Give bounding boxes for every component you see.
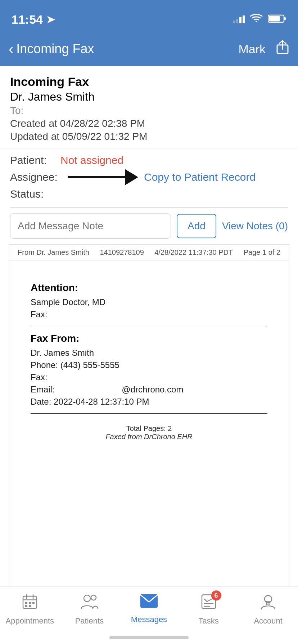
add-button[interactable]: Add (177, 214, 216, 238)
fax-to-row: To: (10, 105, 288, 116)
fax-header-bar: From Dr. James Smith 14109278109 4/28/20… (9, 245, 289, 261)
status-time: 11:54 ➤ (12, 13, 55, 27)
created-label: Created at (10, 118, 57, 129)
wifi-icon (250, 14, 263, 25)
svg-rect-13 (29, 605, 31, 607)
tab-tasks[interactable]: 6 Tasks (179, 593, 239, 626)
patient-value: Not assigned (60, 154, 123, 166)
svg-rect-2 (269, 16, 280, 22)
divider-1 (0, 148, 298, 148)
status-label: Status: (10, 188, 60, 200)
fax-header-date: 4/28/2022 11:37:30 PDT (154, 248, 233, 257)
svg-point-14 (84, 595, 90, 602)
mark-button[interactable]: Mark (238, 42, 266, 56)
status-bar: 11:54 ➤ (0, 0, 298, 32)
fax-doctor: Dr. James Smith (10, 90, 288, 104)
arrow-indicator (68, 169, 138, 185)
nav-actions: Mark (238, 40, 289, 58)
fax-header-page: Page 1 of 2 (244, 248, 280, 257)
fax-header-from: From Dr. James Smith (18, 248, 89, 257)
signal-icon (233, 15, 245, 23)
updated-date: 05/09/22 01:32 PM (62, 131, 148, 142)
fax-from-name: Dr. James Smith (31, 348, 267, 358)
status-icons (233, 14, 286, 25)
home-indicator (109, 636, 189, 639)
battery-icon (268, 14, 286, 25)
tab-account[interactable]: Account (238, 593, 298, 626)
fax-document-preview: From Dr. James Smith 14109278109 4/28/20… (9, 244, 289, 597)
fax-attention-title: Attention: (31, 282, 267, 294)
patient-label: Patient: (10, 154, 60, 166)
info-section: Patient: Not assigned Assignee: Copy to … (10, 154, 288, 207)
back-button[interactable]: ‹ Incoming Fax (9, 41, 94, 57)
message-note-input[interactable] (10, 213, 171, 239)
appointments-label: Appointments (6, 616, 54, 626)
svg-rect-1 (284, 17, 286, 20)
fax-from-fax-row: Fax: (31, 372, 267, 382)
messages-icon (140, 593, 158, 612)
tasks-icon: 6 (200, 593, 217, 613)
message-note-section: Add View Notes (0) (10, 207, 288, 244)
fax-email-label: Email: (31, 385, 55, 394)
fax-content: Attention: Sample Doctor, MD Fax: Fax Fr… (9, 261, 289, 455)
fax-divider-2 (31, 413, 267, 414)
status-row: Status: (10, 188, 288, 200)
assignee-row: Assignee: Copy to Patient Record (10, 169, 288, 185)
nav-title: Incoming Fax (16, 41, 94, 56)
svg-point-15 (91, 595, 96, 600)
fax-updated-row: Updated at 05/09/22 01:32 PM (10, 131, 288, 142)
appointments-icon (22, 593, 38, 613)
location-icon: ➤ (46, 14, 55, 26)
account-label: Account (254, 616, 283, 626)
fax-date-row: Date: 2022-04-28 12:37:10 PM (31, 397, 267, 407)
created-date: 04/28/22 02:38 PM (60, 118, 145, 129)
patients-label: Patients (75, 616, 104, 626)
fax-email-row: Email: @drchrono.com (31, 385, 267, 395)
tasks-label: Tasks (198, 616, 218, 626)
copy-to-patient-record-link[interactable]: Copy to Patient Record (144, 171, 256, 183)
tab-messages[interactable]: Messages (119, 593, 179, 624)
fax-attention-doctor: Sample Doctor, MD (31, 297, 267, 307)
fax-date-label: Date: (31, 397, 51, 406)
tasks-badge: 6 (211, 590, 221, 601)
fax-total-pages: Total Pages: 2 (31, 424, 267, 433)
assignee-label: Assignee: (10, 171, 60, 183)
fax-date-value: 2022-04-28 12:37:10 PM (54, 397, 149, 406)
updated-label: Updated at (10, 131, 59, 142)
patient-row: Patient: Not assigned (10, 154, 288, 166)
fax-footer: Total Pages: 2 Faxed from DrChrono EHR (31, 424, 267, 441)
arrow-head (125, 169, 138, 185)
fax-to-label: To: (10, 105, 23, 116)
messages-label: Messages (131, 615, 167, 624)
svg-rect-9 (25, 602, 27, 604)
nav-bar: ‹ Incoming Fax Mark (0, 32, 298, 66)
fax-doc-fax-label: Fax: (31, 309, 48, 319)
content-area: Incoming Fax Dr. James Smith To: Created… (0, 66, 298, 604)
fax-from-fax-label: Fax: (31, 372, 48, 382)
fax-from-phone: Phone: (443) 555-5555 (31, 360, 267, 370)
fax-fax-row: Fax: (31, 309, 267, 319)
svg-rect-11 (32, 602, 35, 604)
svg-rect-12 (25, 605, 27, 607)
account-icon (260, 593, 276, 613)
arrow-shaft (68, 176, 125, 178)
svg-rect-10 (29, 602, 31, 604)
view-notes-link[interactable]: View Notes (0) (222, 220, 288, 232)
fax-divider-1 (31, 326, 267, 326)
svg-rect-16 (140, 594, 158, 608)
fax-email-value: @drchrono.com (122, 385, 183, 394)
tab-patients[interactable]: Patients (60, 593, 119, 626)
fax-header-phone: 14109278109 (100, 248, 144, 257)
fax-title: Incoming Fax (10, 75, 288, 89)
fax-faxed-from: Faxed from DrChrono EHR (31, 433, 267, 441)
time-display: 11:54 (12, 13, 43, 27)
share-button[interactable] (276, 40, 289, 58)
fax-from-title: Fax From: (31, 333, 267, 344)
back-chevron-icon: ‹ (9, 41, 13, 57)
tab-appointments[interactable]: Appointments (0, 593, 60, 626)
patients-icon (80, 593, 99, 613)
fax-created-row: Created at 04/28/22 02:38 PM (10, 118, 288, 129)
tab-bar: Appointments Patients Messages (0, 586, 298, 644)
